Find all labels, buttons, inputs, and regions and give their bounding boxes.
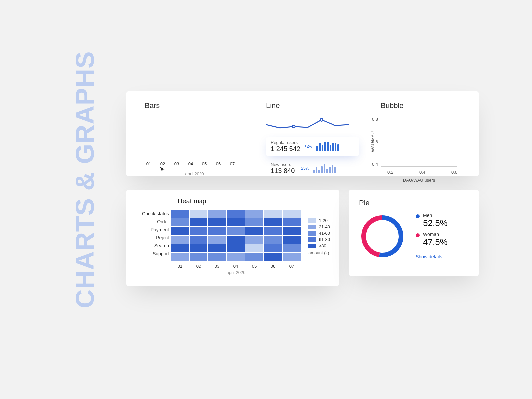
legend-swatch [308, 231, 316, 236]
heatmap-x-tick: 03 [208, 264, 226, 269]
card-pie: Pie Men52.5%Woman47.5% Show details [349, 190, 479, 276]
heatmap-cell [171, 227, 189, 235]
legend-dot [416, 233, 420, 237]
svg-point-1 [320, 118, 323, 121]
pie-item-percent: 47.5% [423, 237, 448, 247]
heatmap-cell [245, 210, 263, 218]
line-title: Line [266, 101, 359, 110]
legend-row: 41-60 [308, 231, 330, 236]
heatmap-cell [208, 244, 226, 252]
stat-value: 113 840 [271, 167, 295, 175]
pie-title: Pie [359, 199, 469, 207]
legend-row: 1-20 [308, 218, 330, 223]
heatmap-row-label: Order [134, 218, 169, 226]
heatmap-cell [171, 210, 189, 218]
pie-donut [359, 213, 406, 260]
heatmap-cell [264, 227, 282, 235]
stat-sparkline [316, 142, 339, 151]
stat-label: New users [271, 162, 295, 167]
bubble-y-label: WAU/MAU [370, 131, 375, 152]
heatmap-cell [190, 218, 207, 226]
heatmap-cell [227, 253, 245, 261]
heatmap-cell [264, 236, 282, 244]
legend-row: >80 [308, 243, 330, 248]
heatmap-cell [208, 210, 226, 218]
stat-delta: +2% [304, 144, 312, 149]
heatmap-cell [283, 236, 301, 244]
card-heatmap: Heat map Check statusOrderPaymentRejectS… [126, 190, 339, 286]
legend-swatch [308, 225, 316, 229]
heatmap-cell [190, 210, 207, 218]
legend-swatch [308, 237, 316, 242]
heatmap-cell [283, 218, 301, 226]
bubble-x-tick: 0.6 [451, 170, 457, 175]
bars-tick: 07 [228, 161, 236, 166]
pie-item-percent: 52.5% [423, 218, 448, 228]
bars-title: Bars [145, 101, 244, 110]
stat-card-regular-users[interactable]: Regular users1 245 542+2% [266, 137, 359, 156]
legend-row: 21-40 [308, 224, 330, 229]
heatmap-cell [283, 210, 301, 218]
legend-dot [416, 214, 420, 218]
heatmap-cell [227, 218, 245, 226]
heatmap-cell [245, 218, 263, 226]
pie-legend-item: Men52.5% [416, 213, 448, 228]
heatmap-row-label: Payment [134, 226, 169, 234]
legend-swatch [308, 218, 316, 223]
legend-label: 1-20 [319, 218, 328, 223]
stat-value: 1 245 542 [271, 145, 300, 153]
heatmap-row-label: Search [134, 242, 169, 250]
heatmap-cell [245, 253, 263, 261]
heatmap-cell [227, 227, 245, 235]
legend-label: 21-40 [319, 224, 330, 229]
heatmap-row-label: Check status [134, 210, 169, 218]
heatmap-cell [208, 218, 226, 226]
line-chart: Line Regular users1 245 542+2%New users1… [266, 101, 359, 178]
heatmap-row-label: Support [134, 250, 169, 258]
heatmap-row-label: Reject [134, 234, 169, 242]
heatmap-cell [283, 227, 301, 235]
svg-point-0 [292, 125, 295, 128]
heatmap-x-tick: 01 [171, 264, 189, 269]
heatmap-legend-title: amount (k) [308, 250, 330, 255]
heatmap-legend: 1-2021-4041-6061-80>80 amount (k) [308, 218, 330, 255]
legend-label: >80 [319, 243, 326, 248]
heatmap-x-tick: 06 [264, 264, 282, 269]
heatmap-cell [245, 236, 263, 244]
heatmap-cell [245, 244, 263, 252]
stat-label: Regular users [271, 140, 300, 145]
stat-sparkline [313, 164, 336, 173]
heatmap-cell [227, 210, 245, 218]
bubble-y-tick: 0.8 [372, 117, 378, 122]
bubble-x-ticks: 0.20.40.6 [381, 170, 457, 175]
pie-item-label: Men [423, 213, 448, 218]
heatmap-cell [208, 236, 226, 244]
heatmap-x-tick: 04 [227, 264, 245, 269]
heatmap-cell [283, 253, 301, 261]
heatmap-cell [190, 244, 207, 252]
bars-tick: 02 [159, 161, 167, 166]
heatmap-cell [264, 253, 282, 261]
heatmap-cell [227, 236, 245, 244]
card-charts-row-1: Bars 01020304050607 april 2020 Line Regu… [126, 91, 479, 176]
heatmap-x-tick: 07 [283, 264, 301, 269]
bars-x-ticks: 01020304050607 [145, 161, 244, 166]
heatmap-cell [245, 227, 263, 235]
heatmap-cell [264, 244, 282, 252]
bubble-title: Bubble [381, 101, 464, 110]
bubble-x-tick: 0.4 [419, 170, 425, 175]
bubble-chart: Bubble 0.80.60.4 0.20.40.6 WAU/MAU DAU/W… [371, 101, 464, 167]
legend-swatch [308, 244, 316, 248]
pie-legend: Men52.5%Woman47.5% Show details [416, 213, 448, 260]
heatmap-cell [190, 253, 207, 261]
heatmap-cell [283, 244, 301, 252]
heatmap-cell [171, 218, 189, 226]
bars-tick: 05 [200, 161, 208, 166]
heatmap-title: Heat map [178, 198, 331, 205]
show-details-link[interactable]: Show details [416, 254, 442, 259]
stat-card-new-users[interactable]: New users113 840+25% [266, 159, 359, 178]
heatmap-cell [264, 218, 282, 226]
cursor-icon [159, 166, 165, 172]
heatmap-cell [190, 236, 207, 244]
bubble-x-tick: 0.2 [387, 170, 393, 175]
